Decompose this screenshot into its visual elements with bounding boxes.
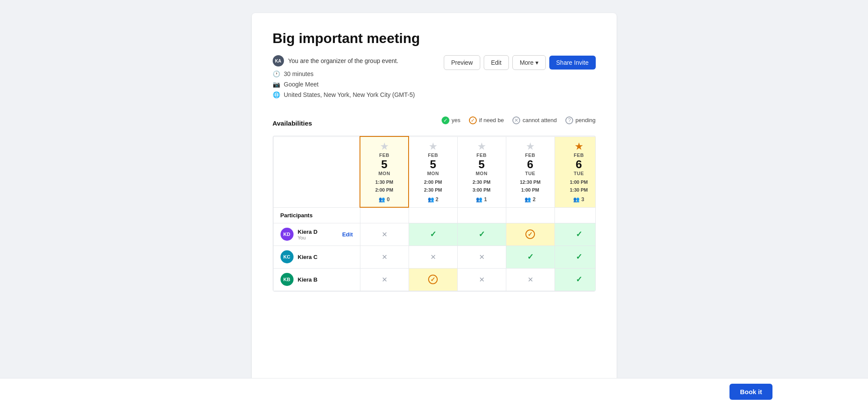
date-header-0[interactable]: ★FEB5MON1:30 PM2:00 PM👥 0: [360, 136, 409, 207]
avatar-kc: KC: [281, 250, 294, 263]
date-header-2[interactable]: ★FEB5MON2:30 PM3:00 PM👥 1: [457, 136, 506, 207]
status-cell-p2-c1: ✓: [409, 268, 457, 291]
conference-text: Google Meet: [284, 81, 319, 88]
date-count-3: 👥 2: [510, 196, 551, 202]
globe-icon: 🌐: [273, 91, 281, 99]
status-cell-p2-c0: ✕: [360, 268, 409, 291]
main-container: Big important meeting KA You are the org…: [252, 13, 617, 396]
date-dow-3: TUE: [510, 171, 551, 176]
availabilities-title: Availabilities: [273, 120, 312, 127]
availabilities-header: Availabilities ✓ yes ✓ if need be ✕ cann…: [273, 106, 596, 134]
star-icon-0[interactable]: ★: [364, 141, 405, 152]
date-time-0: 1:30 PM2:00 PM: [364, 179, 405, 194]
pending-icon: ?: [565, 116, 573, 124]
page-title: Big important meeting: [273, 30, 596, 46]
date-month-0: FEB: [364, 153, 405, 158]
edit-availability-link[interactable]: Edit: [342, 231, 353, 238]
participant-name-1: Kiera C: [298, 254, 318, 260]
organizer-row: KA You are the organizer of the group ev…: [273, 55, 444, 66]
organizer-avatar: KA: [273, 55, 284, 66]
location-row: 🌐 United States, New York, New York City…: [273, 91, 444, 99]
participant-subtitle-0: You: [298, 235, 318, 240]
status-cell-p1-c3: ✓: [506, 246, 554, 268]
status-cell-p2-c3: ✕: [506, 268, 554, 291]
participant-row-1: KCKiera C✕✕✕✓✓✓✕: [273, 246, 596, 268]
edit-button[interactable]: Edit: [484, 55, 509, 70]
chevron-down-icon: ▾: [535, 59, 538, 66]
share-invite-button[interactable]: Share Invite: [549, 56, 596, 70]
preview-button[interactable]: Preview: [444, 55, 480, 70]
date-month-2: FEB: [461, 153, 502, 158]
date-header-1[interactable]: ★FEB5MON2:00 PM2:30 PM👥 2: [409, 136, 457, 207]
status-cell-p0-c0: ✕: [360, 223, 409, 246]
date-day-4: 6: [558, 159, 596, 170]
participant-row-0: KDKiera DYouEdit✕✓✓✓✓✕✕: [273, 223, 596, 246]
legend-pending: ? pending: [565, 116, 595, 124]
date-dow-4: TUE: [558, 171, 596, 176]
clock-icon: 🕐: [273, 70, 281, 78]
date-dow-1: MON: [413, 171, 454, 176]
more-button[interactable]: More ▾: [512, 55, 546, 70]
status-cell-p0-c2: ✓: [457, 223, 506, 246]
participants-label: Participants: [273, 207, 360, 223]
star-icon-4[interactable]: ★: [558, 141, 596, 152]
date-count-2: 👥 1: [461, 196, 502, 202]
star-icon-1[interactable]: ★: [413, 141, 454, 152]
duration-text: 30 minutes: [284, 70, 314, 77]
participant-row-2: KBKiera B✕✓✕✕✓✓✕: [273, 268, 596, 291]
date-time-3: 12:30 PM1:00 PM: [510, 179, 551, 194]
date-month-4: FEB: [558, 153, 596, 158]
status-cell-p1-c0: ✕: [360, 246, 409, 268]
availability-grid: ★FEB5MON1:30 PM2:00 PM👥 0★FEB5MON2:00 PM…: [273, 136, 596, 292]
status-cell-p0-c1: ✓: [409, 223, 457, 246]
date-day-1: 5: [413, 159, 454, 170]
status-cell-p1-c2: ✕: [457, 246, 506, 268]
avatar-kd: KD: [281, 228, 294, 241]
date-time-2: 2:30 PM3:00 PM: [461, 179, 502, 194]
date-day-2: 5: [461, 159, 502, 170]
video-icon: 📷: [273, 80, 281, 88]
status-cell-p1-c1: ✕: [409, 246, 457, 268]
date-time-4: 1:00 PM1:30 PM: [558, 179, 596, 194]
legend: ✓ yes ✓ if need be ✕ cannot attend ? pen…: [442, 116, 595, 124]
date-dow-0: MON: [364, 171, 405, 176]
yes-icon: ✓: [442, 116, 449, 124]
legend-yes: ✓ yes: [442, 116, 460, 124]
date-day-0: 5: [364, 159, 405, 170]
status-cell-p2-c4: ✓: [554, 268, 596, 291]
ifneed-icon: ✓: [469, 116, 477, 124]
grid-table: ★FEB5MON1:30 PM2:00 PM👥 0★FEB5MON2:00 PM…: [273, 136, 596, 291]
date-day-3: 6: [510, 159, 551, 170]
star-icon-2[interactable]: ★: [461, 141, 502, 152]
status-cell-p2-c2: ✕: [457, 268, 506, 291]
book-it-bar: Book it: [0, 378, 868, 405]
date-count-0: 👥 0: [364, 196, 405, 202]
date-count-4: 👥 3: [558, 196, 596, 202]
date-header-4[interactable]: ★FEB6TUE1:00 PM1:30 PM👥 3: [554, 136, 596, 207]
date-dow-2: MON: [461, 171, 502, 176]
participant-name-0: Kiera D: [298, 229, 318, 235]
book-it-button[interactable]: Book it: [729, 384, 772, 400]
date-count-1: 👥 2: [413, 196, 454, 202]
star-icon-3[interactable]: ★: [510, 141, 551, 152]
meta-info: KA You are the organizer of the group ev…: [273, 55, 444, 101]
duration-row: 🕐 30 minutes: [273, 70, 444, 78]
date-time-1: 2:00 PM2:30 PM: [413, 179, 454, 194]
status-cell-p1-c4: ✓: [554, 246, 596, 268]
date-month-1: FEB: [413, 153, 454, 158]
location-text: United States, New York, New York City (…: [284, 91, 415, 98]
date-month-3: FEB: [510, 153, 551, 158]
cannot-icon: ✕: [512, 116, 520, 124]
status-cell-p0-c3: ✓: [506, 223, 554, 246]
participant-name-2: Kiera B: [298, 276, 318, 283]
organizer-text: You are the organizer of the group event…: [288, 57, 399, 64]
status-cell-p0-c4: ✓: [554, 223, 596, 246]
action-buttons: Preview Edit More ▾ Share Invite: [444, 55, 596, 70]
legend-cannot: ✕ cannot attend: [512, 116, 557, 124]
conference-row: 📷 Google Meet: [273, 80, 444, 88]
legend-ifneed: ✓ if need be: [469, 116, 504, 124]
avatar-kb: KB: [281, 273, 294, 286]
header-row: KA You are the organizer of the group ev…: [273, 55, 596, 101]
date-header-3[interactable]: ★FEB6TUE12:30 PM1:00 PM👥 2: [506, 136, 554, 207]
